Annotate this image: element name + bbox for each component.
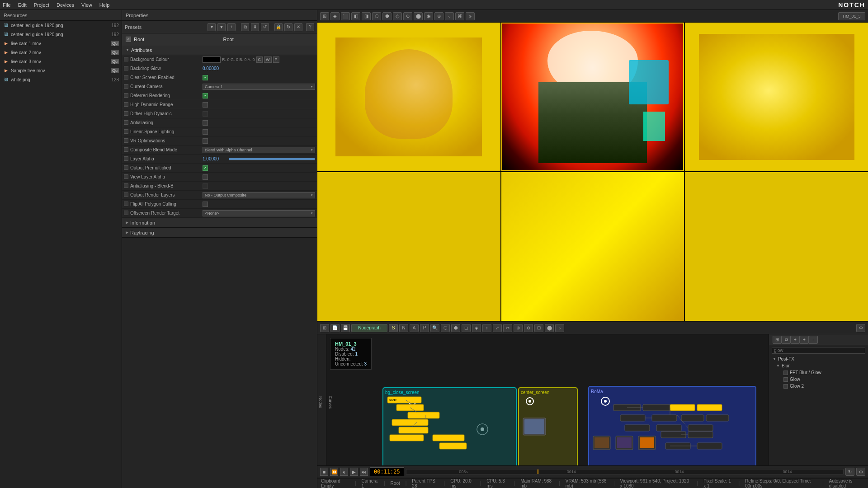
ng-search-input[interactable] — [772, 347, 865, 354]
prop-enable-1[interactable] — [124, 66, 128, 70]
ng-right-btn-5[interactable]: - — [809, 336, 818, 344]
ng-btn-7[interactable]: ↕ — [482, 324, 491, 332]
vp-btn-4[interactable]: ◧ — [351, 12, 360, 20]
resource-item-2[interactable]: ▶live cam 1.movQu — [0, 39, 122, 48]
ng-btn-5[interactable]: ◻ — [462, 324, 471, 332]
prop-enable-9[interactable] — [124, 138, 128, 143]
vp-btn-2[interactable]: ◈ — [330, 12, 340, 20]
vp-btn-1[interactable]: ⊞ — [320, 12, 329, 20]
ng-btn-node[interactable]: ⬡ — [441, 324, 450, 332]
section-header-0[interactable]: ▶Information — [122, 218, 317, 228]
prop-checkbox-7[interactable] — [203, 120, 208, 126]
ng-btn-14[interactable]: ⬦ — [555, 324, 564, 332]
prop-dropdown-17[interactable]: <None>▾ — [203, 210, 315, 216]
vp-btn-12[interactable]: ⊕ — [434, 12, 443, 20]
ng-right-btn-2[interactable]: ⧉ — [782, 336, 791, 344]
prop-enable-8[interactable] — [124, 129, 128, 134]
ng-btn-8[interactable]: ⤢ — [493, 324, 502, 332]
presets-settings-btn[interactable]: ✕ — [294, 23, 302, 31]
prop-enable-17[interactable] — [124, 211, 128, 215]
prop-value-5[interactable] — [203, 102, 315, 108]
presets-refresh-btn[interactable]: ↻ — [284, 23, 292, 31]
prop-enable-12[interactable] — [124, 165, 128, 170]
prop-dropdown-15[interactable]: No - Output Composite▾ — [203, 192, 315, 198]
menu-help[interactable]: Help — [99, 2, 110, 8]
prop-value-11[interactable]: 1.00000 — [203, 156, 315, 161]
prop-checkbox-16[interactable] — [203, 202, 208, 207]
prop-enable-11[interactable] — [124, 156, 128, 161]
ng-btn-10[interactable]: ⊕ — [514, 324, 523, 332]
presets-copy-btn[interactable]: ⧉ — [241, 23, 249, 31]
prop-enable-3[interactable] — [124, 84, 128, 89]
menu-edit[interactable]: Edit — [18, 2, 27, 8]
resource-item-0[interactable]: 🖼center led guide 1920.png192 — [0, 21, 122, 30]
attributes-header[interactable]: ▼ Attributes — [122, 45, 317, 55]
presets-add-btn[interactable]: + — [227, 23, 236, 31]
vp-btn-14[interactable]: ⌘ — [455, 12, 464, 20]
ng-btn-search[interactable]: 🔍 — [430, 324, 439, 332]
vp-btn-6[interactable]: ⬡ — [372, 12, 381, 20]
prop-enable-15[interactable] — [124, 192, 128, 197]
ng-btn-link[interactable]: ⬢ — [451, 324, 460, 332]
prop-value-9[interactable] — [203, 138, 315, 144]
tl-play-btn[interactable]: ▶ — [350, 468, 358, 476]
vp-btn-9[interactable]: ⊙ — [403, 12, 412, 20]
prop-dropdown-3[interactable]: Camera 1▾ — [203, 84, 315, 90]
menu-view[interactable]: View — [81, 2, 92, 8]
prop-value-0[interactable]: R: 0 G: 0 B: 0 A: 0CWP — [203, 56, 315, 63]
prop-number-1[interactable]: 0.00000 — [203, 66, 219, 71]
resource-item-6[interactable]: 🖼white.png128 — [0, 75, 122, 84]
prop-enable-13[interactable] — [124, 174, 128, 179]
vp-btn-15[interactable]: ⍟ — [466, 12, 475, 20]
prop-enable-14[interactable] — [124, 183, 128, 188]
ng-btn-a[interactable]: A — [410, 324, 419, 332]
prop-value-3[interactable]: Camera 1▾ — [203, 84, 315, 90]
ng-tree-item-2[interactable]: FFT Blur / Glow — [769, 369, 868, 376]
menu-file[interactable]: File — [3, 2, 11, 8]
prop-slider-num-11[interactable]: 1.00000 — [203, 156, 227, 161]
presets-dropdown-btn[interactable]: ▾ — [208, 23, 216, 31]
prop-enable-5[interactable] — [124, 102, 128, 107]
ng-btn-9[interactable]: ✂ — [503, 324, 512, 332]
vp-btn-5[interactable]: ◨ — [362, 12, 371, 20]
prop-enable-16[interactable] — [124, 202, 128, 206]
prop-checkbox-4[interactable]: ✓ — [203, 93, 208, 99]
ng-tree-checkbox-2[interactable] — [783, 371, 788, 375]
ng-right-btn-4[interactable]: + — [800, 336, 809, 344]
resource-item-5[interactable]: ▶Sample free.movQu — [0, 66, 122, 75]
vp-btn-8[interactable]: ◎ — [393, 12, 402, 20]
prop-checkbox-8[interactable] — [203, 129, 208, 135]
presets-paste-btn[interactable]: ⬇ — [251, 23, 259, 31]
vp-btn-7[interactable]: ⬢ — [382, 12, 392, 20]
prop-btn-C-0[interactable]: C — [256, 56, 263, 63]
prop-btn-P-0[interactable]: P — [273, 56, 279, 63]
prop-enable-4[interactable] — [124, 93, 128, 98]
prop-value-13[interactable] — [203, 174, 315, 180]
prop-checkbox-13[interactable] — [203, 174, 208, 180]
ng-btn-s[interactable]: S — [389, 324, 398, 332]
tl-prev-btn[interactable]: ⏴ — [340, 468, 348, 476]
nodegraph-canvas[interactable]: HM_01_3 Nodes: 42 Disabled: 1 Hidden: Un… — [326, 334, 769, 465]
prop-checkbox-9[interactable] — [203, 138, 208, 144]
resource-item-4[interactable]: ▶live cam 3.movQu — [0, 57, 122, 66]
tl-rewind-btn[interactable]: ⏪ — [330, 468, 338, 476]
ng-tree-item-4[interactable]: Glow 2 — [769, 383, 868, 389]
presets-reset-btn[interactable]: ↺ — [261, 23, 269, 31]
ng-right-btn-1[interactable]: ⊞ — [773, 336, 782, 344]
ng-left-tab-nodes[interactable]: Nodes — [317, 394, 324, 410]
prop-enable-2[interactable] — [124, 75, 128, 80]
prop-color-swatch-0[interactable] — [203, 56, 221, 63]
prop-value-14[interactable] — [203, 183, 315, 189]
prop-checkbox-12[interactable]: ✓ — [203, 165, 208, 171]
ng-btn-3[interactable]: 💾 — [341, 324, 350, 332]
prop-value-7[interactable] — [203, 120, 315, 126]
prop-value-12[interactable]: ✓ — [203, 165, 315, 171]
resource-item-3[interactable]: ▶live cam 2.movQu — [0, 48, 122, 57]
ng-settings-btn[interactable]: ⚙ — [856, 324, 865, 332]
ng-btn-11[interactable]: ⊖ — [524, 324, 533, 332]
prop-value-10[interactable]: Blend With Alpha Channel▾ — [203, 147, 315, 153]
presets-save-btn[interactable]: ▼ — [217, 23, 226, 31]
ng-btn-12[interactable]: ⊡ — [534, 324, 543, 332]
prop-value-16[interactable] — [203, 202, 315, 207]
prop-enable-6[interactable] — [124, 111, 128, 116]
